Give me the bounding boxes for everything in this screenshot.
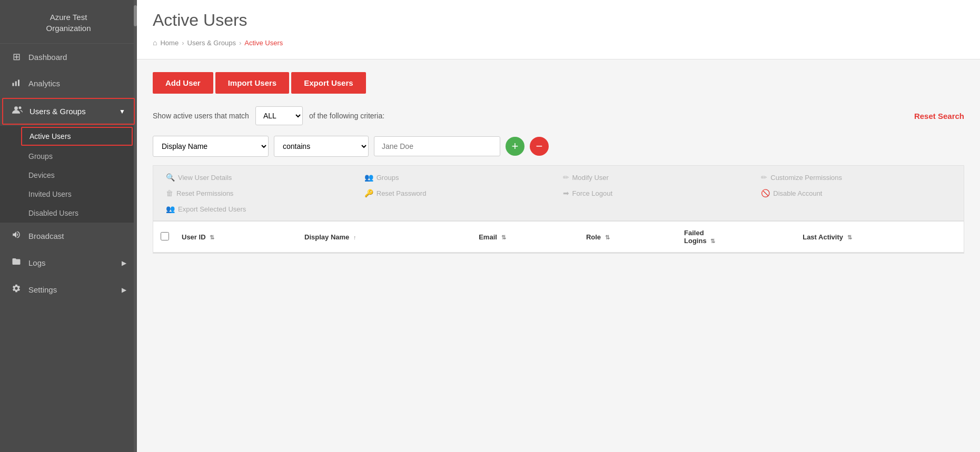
th-display-name[interactable]: Display Name ↑ <box>298 222 472 253</box>
sidebar: Azure Test Organization ⊞ Dashboard Anal… <box>0 0 137 452</box>
devices-label: Devices <box>28 171 55 179</box>
remove-criteria-button[interactable]: − <box>530 137 549 156</box>
toolbar-view-details-label: View User Details <box>178 174 232 182</box>
th-display-name-label: Display Name <box>304 233 349 241</box>
toolbar-view-user-details[interactable]: 🔍 View User Details <box>162 171 360 184</box>
criteria-value-input[interactable] <box>374 136 500 156</box>
reset-search-button[interactable]: Reset Search <box>914 112 964 120</box>
svg-rect-2 <box>18 80 19 86</box>
toolbar-reset-permissions[interactable]: 🗑 Reset Permissions <box>162 187 360 199</box>
filter-suffix: of the following criteria: <box>309 112 384 120</box>
home-icon: ⌂ <box>153 38 157 47</box>
add-criteria-button[interactable]: + <box>506 137 524 156</box>
dashboard-icon: ⊞ <box>11 51 22 63</box>
sidebar-label-logs: Logs <box>28 258 46 267</box>
broadcast-icon <box>11 230 22 242</box>
toolbar-reset-permissions-label: Reset Permissions <box>176 189 233 197</box>
th-role-label: Role <box>586 233 601 241</box>
users-table: User ID ⇅ Display Name ↑ Email ⇅ Role <box>153 222 964 253</box>
users-groups-arrow: ▼ <box>119 108 125 115</box>
groups-label: Groups <box>28 152 53 160</box>
filter-prefix: Show active users that match <box>153 112 249 120</box>
toolbar-groups-label: Groups <box>377 174 399 182</box>
toolbar-disable-account[interactable]: 🚫 Disable Account <box>757 187 955 199</box>
filter-row: Show active users that match ALL ANY of … <box>153 106 964 125</box>
sidebar-label-analytics: Analytics <box>28 79 60 88</box>
sidebar-label-settings: Settings <box>28 285 57 294</box>
th-last-activity-label: Last Activity <box>803 233 843 241</box>
analytics-icon <box>11 77 22 89</box>
toolbar-modify-label: Modify User <box>572 174 609 182</box>
th-failed-logins-label: FailedLogins <box>684 229 707 245</box>
th-user-id[interactable]: User ID ⇅ <box>175 222 298 253</box>
sidebar-item-settings[interactable]: Settings ▶ <box>0 276 137 303</box>
last-activity-sort-icon: ⇅ <box>847 234 852 240</box>
th-failed-logins[interactable]: FailedLogins ⇅ <box>678 222 796 253</box>
content-area: Add User Import Users Export Users Show … <box>137 59 980 452</box>
page-title: Active Users <box>153 11 964 30</box>
failed-logins-sort-icon: ⇅ <box>710 238 715 244</box>
sidebar-item-active-users[interactable]: Active Users <box>21 127 133 146</box>
settings-icon <box>11 284 22 296</box>
toolbar-groups[interactable]: 👥 Groups <box>360 171 559 184</box>
sidebar-label-users-groups: Users & Groups <box>29 107 86 116</box>
import-users-button[interactable]: Import Users <box>215 72 290 94</box>
criteria-condition-select[interactable]: contains does not contain equals starts … <box>274 136 369 157</box>
toolbar-export-selected[interactable]: 👥 Export Selected Users <box>162 203 360 215</box>
toolbar-force-logout-label: Force Logout <box>572 189 613 197</box>
search-criteria-row: Display Name Email User ID Role contains… <box>153 136 964 157</box>
sidebar-item-users-groups[interactable]: Users & Groups ▼ <box>2 98 135 125</box>
match-select[interactable]: ALL ANY <box>255 106 303 125</box>
breadcrumb-section[interactable]: Users & Groups <box>187 39 236 47</box>
select-all-checkbox[interactable] <box>161 232 169 240</box>
th-email[interactable]: Email ⇅ <box>472 222 580 253</box>
logs-icon <box>11 257 22 269</box>
breadcrumb-home[interactable]: Home <box>160 39 179 47</box>
svg-point-4 <box>19 106 22 109</box>
disable-account-icon: 🚫 <box>761 189 770 197</box>
sidebar-item-logs[interactable]: Logs ▶ <box>0 249 137 276</box>
breadcrumb: ⌂ Home › Users & Groups › Active Users <box>153 34 964 51</box>
settings-arrow: ▶ <box>122 286 126 294</box>
users-groups-icon <box>12 105 23 117</box>
sidebar-item-disabled-users[interactable]: Disabled Users <box>0 204 137 223</box>
toolbar-reset-password[interactable]: 🔑 Reset Password <box>360 187 559 199</box>
breadcrumb-current: Active Users <box>244 39 283 47</box>
add-user-button[interactable]: Add User <box>153 72 213 94</box>
main-content: Active Users ⌂ Home › Users & Groups › A… <box>137 0 980 452</box>
criteria-field-select[interactable]: Display Name Email User ID Role <box>153 136 269 157</box>
svg-point-3 <box>14 106 18 110</box>
view-details-icon: 🔍 <box>166 173 175 182</box>
th-last-activity[interactable]: Last Activity ⇅ <box>796 222 964 253</box>
toolbar-groups-icon: 👥 <box>364 173 373 182</box>
role-sort-icon: ⇅ <box>605 234 610 240</box>
sidebar-item-devices[interactable]: Devices <box>0 166 137 185</box>
reset-permissions-icon: 🗑 <box>166 189 173 197</box>
logs-arrow: ▶ <box>122 259 126 267</box>
sidebar-item-analytics[interactable]: Analytics <box>0 70 137 97</box>
th-user-id-label: User ID <box>182 233 206 241</box>
disabled-users-label: Disabled Users <box>28 209 78 217</box>
breadcrumb-sep-2: › <box>239 39 241 47</box>
toolbar-export-selected-label: Export Selected Users <box>178 205 246 213</box>
export-selected-icon: 👥 <box>166 205 175 213</box>
users-table-container: User ID ⇅ Display Name ↑ Email ⇅ Role <box>153 221 964 254</box>
svg-rect-1 <box>15 82 17 86</box>
email-sort-icon: ⇅ <box>501 234 506 240</box>
action-buttons: Add User Import Users Export Users <box>153 72 964 94</box>
sidebar-item-invited-users[interactable]: Invited Users <box>0 185 137 204</box>
toolbar-modify-user[interactable]: ✏ Modify User <box>559 171 757 184</box>
sidebar-item-groups[interactable]: Groups <box>0 147 137 166</box>
toolbar-force-logout[interactable]: ➡ Force Logout <box>559 187 757 199</box>
th-checkbox <box>153 222 175 253</box>
sidebar-item-broadcast[interactable]: Broadcast <box>0 223 137 249</box>
sidebar-item-dashboard[interactable]: ⊞ Dashboard <box>0 44 137 70</box>
export-users-button[interactable]: Export Users <box>291 72 365 94</box>
sidebar-label-broadcast: Broadcast <box>28 232 64 240</box>
table-header-row: User ID ⇅ Display Name ↑ Email ⇅ Role <box>153 222 964 253</box>
th-email-label: Email <box>479 233 497 241</box>
toolbar-customize-label: Customize Permissions <box>770 174 842 182</box>
org-name: Azure Test Organization <box>0 0 137 44</box>
toolbar-customize-permissions[interactable]: ✏ Customize Permissions <box>757 171 955 184</box>
th-role[interactable]: Role ⇅ <box>580 222 678 253</box>
